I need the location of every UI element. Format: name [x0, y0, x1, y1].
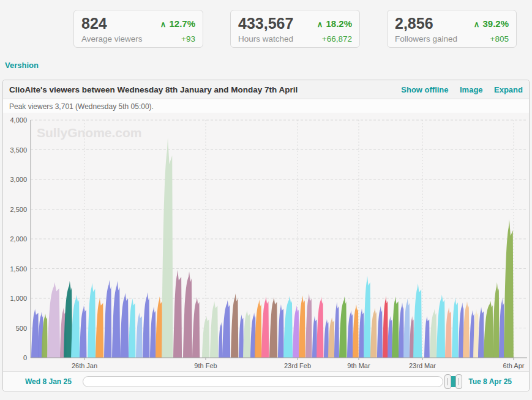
stat-delta: +93	[181, 34, 195, 43]
stat-label: Average viewers	[81, 34, 143, 43]
stat-value: 2,856	[395, 15, 457, 31]
image-link[interactable]: Image	[460, 85, 483, 94]
stat-value: 824	[81, 15, 143, 31]
svg-text:0: 0	[23, 354, 27, 361]
svg-text:3,000: 3,000	[10, 176, 27, 183]
svg-text:9th Feb: 9th Feb	[194, 362, 217, 369]
svg-text:23rd Feb: 23rd Feb	[284, 362, 311, 369]
svg-text:26th Jan: 26th Jan	[72, 362, 97, 369]
stat-card-followers-gained: 2,856 Followers gained ∧ 39.2% +805	[387, 10, 517, 48]
svg-text:4,000: 4,000	[10, 116, 27, 124]
svg-text:1,000: 1,000	[10, 295, 27, 302]
stat-percent: ∧ 39.2%	[474, 18, 509, 29]
svg-text:23rd Mar: 23rd Mar	[409, 362, 436, 369]
percent-text: 39.2%	[482, 18, 509, 29]
stat-percent: ∧ 18.2%	[317, 18, 352, 29]
peak-viewers-text: Peak viewers 3,701 (Wednesday 5th 05:00)…	[3, 99, 529, 113]
percent-text: 18.2%	[326, 18, 352, 29]
range-start-label: Wed 8 Jan 25	[25, 377, 78, 386]
up-arrow-icon: ∧	[474, 20, 481, 29]
up-arrow-icon: ∧	[317, 20, 324, 29]
range-end-label: Tue 8 Apr 25	[468, 377, 512, 386]
chart-title: ClioAite's viewers between Wednesday 8th…	[9, 85, 298, 94]
chart-region: SullyGnome.com05001,0001,5002,0002,5003,…	[3, 113, 529, 371]
stats-row: 824 Average viewers ∧ 12.7% +93 433,567 …	[0, 0, 532, 48]
percent-text: 12.7%	[169, 18, 195, 29]
viewers-chart[interactable]: SullyGnome.com05001,0001,5002,0002,5003,…	[3, 113, 529, 371]
stat-delta: +66,872	[322, 34, 352, 43]
svg-text:500: 500	[16, 325, 27, 332]
stat-card-hours-watched: 433,567 Hours watched ∧ 18.2% +66,872	[230, 10, 360, 48]
date-range-slider	[444, 374, 462, 389]
up-arrow-icon: ∧	[160, 20, 167, 29]
range-start-handle[interactable]	[444, 374, 451, 389]
stat-card-average-viewers: 824 Average viewers ∧ 12.7% +93	[73, 10, 203, 48]
svg-text:3,500: 3,500	[10, 146, 27, 154]
svg-text:9th Mar: 9th Mar	[347, 362, 370, 369]
viewers-panel: ClioAite's viewers between Wednesday 8th…	[2, 80, 530, 391]
stat-value: 433,567	[238, 15, 293, 31]
vershion-link[interactable]: Vershion	[5, 61, 39, 70]
show-offline-link[interactable]: Show offline	[401, 85, 448, 94]
expand-link[interactable]: Expand	[494, 85, 523, 94]
stat-delta: +805	[490, 34, 509, 43]
panel-links: Show offline Image Expand	[392, 84, 523, 95]
svg-text:2,000: 2,000	[10, 235, 27, 243]
stat-label: Hours watched	[238, 34, 293, 43]
date-range-slider-track[interactable]	[83, 376, 443, 387]
stat-percent: ∧ 12.7%	[160, 18, 195, 29]
panel-header: ClioAite's viewers between Wednesday 8th…	[3, 80, 529, 99]
stat-label: Followers gained	[395, 34, 457, 43]
svg-text:2,500: 2,500	[10, 206, 27, 213]
svg-text:1,500: 1,500	[10, 265, 27, 273]
chart-footer: Wed 8 Jan 25 Tue 8 Apr 25	[3, 371, 529, 391]
range-end-handle[interactable]	[455, 374, 462, 389]
svg-text:6th Apr: 6th Apr	[503, 362, 525, 369]
selected-range[interactable]	[451, 376, 455, 387]
svg-text:SullyGnome.com: SullyGnome.com	[37, 126, 142, 140]
